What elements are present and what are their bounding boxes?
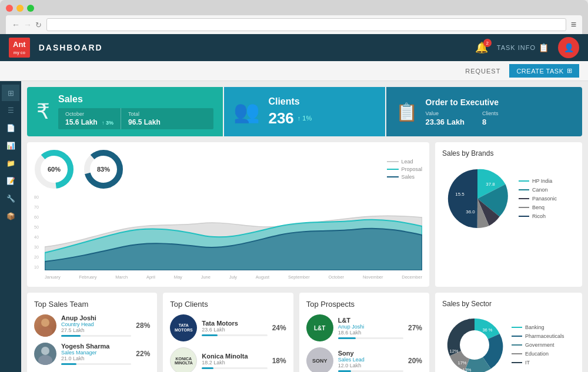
svg-text:17%: 17% (457, 360, 466, 366)
svg-text:12%: 12% (449, 348, 458, 354)
svg-text:36.0: 36.0 (466, 209, 475, 215)
sector-donut-wrap: 36 % 17% 12% 13% (442, 313, 507, 372)
donut-row: 60% 83% (34, 149, 422, 189)
sidebar-item-list[interactable]: ☰ (2, 102, 19, 119)
logo-sub: my co (13, 50, 26, 55)
clients-up: ↑ 1% (298, 115, 312, 122)
sidebar-item-grid[interactable]: ⊞ (2, 85, 19, 101)
brand-ricoh: Ricoh (519, 213, 557, 219)
logo-main: Ant (13, 40, 26, 50)
orders-title: Order to Executive (426, 98, 573, 107)
stat-card-orders: 📋 Order to Executive Value 23.36 Lakh Cl… (386, 87, 582, 136)
person-2-info: Yogesh Sharma Sales Manager 21.0 Lakh (61, 343, 131, 365)
svg-point-9 (41, 347, 49, 355)
brands-pie-svg: 37.8 36.0 15.5 (442, 163, 513, 234)
client-2-progress (202, 367, 267, 369)
client-1: TATAMOTORS Tata Motors 23.6 Lakh 24% (170, 314, 286, 341)
sidebar-item-settings[interactable]: 🔧 (2, 190, 19, 207)
person-2-progress (61, 363, 131, 365)
bottom-row: Top Sales Team Anup Joshi Country Head 2… (27, 293, 582, 372)
create-task-icon: ⊞ (567, 67, 573, 75)
sector-it: IT (512, 360, 564, 366)
menu-button[interactable]: ≡ (571, 19, 576, 30)
brand-hp: HP India (519, 178, 557, 184)
top-prospects-title: Top Prospects (306, 300, 422, 309)
prospect-2-val: 12.0 Lakh (338, 363, 403, 368)
person-1-avatar (34, 314, 56, 337)
refresh-button[interactable]: ↻ (35, 21, 42, 29)
person-2-name: Yogesh Sharma (61, 343, 131, 350)
donut-2-wrap: 83% (83, 149, 123, 189)
content-area: ₹ Sales October 15.6 Lakh ↑ 3% (21, 81, 588, 372)
sidebar-item-chart[interactable]: 📊 (2, 138, 19, 154)
browser-dots (6, 5, 582, 12)
sector-pie-svg: 36 % 17% 12% 13% (442, 313, 507, 372)
prospect-2-sub: Sales Lead (338, 357, 403, 363)
brands-title: Sales by Brands (442, 149, 575, 157)
sector-education: Education (512, 351, 564, 357)
total-val: 96.5 Lakh (128, 118, 161, 126)
task-info-button[interactable]: TASK INFO 📋 (497, 43, 549, 52)
nav-actions: 🔔 2 TASK INFO 📋 👤 (475, 37, 579, 58)
orders-details: Value 23.36 Lakh Clients 8 (426, 110, 573, 126)
client-1-logo: TATAMOTORS (170, 314, 197, 341)
brands-chart-card: Sales by Brands (435, 142, 582, 287)
bell-button[interactable]: 🔔 2 (475, 41, 488, 54)
october-val: 15.6 Lakh ↑ 3% (65, 118, 113, 126)
top-nav: Ant my co DASHBOARD 🔔 2 TASK INFO 📋 👤 (0, 34, 588, 61)
sidebar-item-doc[interactable]: 📄 (2, 120, 19, 136)
brand-canon: Canon (519, 187, 557, 193)
donut-2-label: 83% (97, 166, 110, 173)
create-task-label: CREATE TASK (516, 68, 563, 75)
clients-content: Clients 236 ↑ 1% (268, 96, 312, 128)
donut-1-label: 60% (48, 166, 61, 173)
svg-text:36 %: 36 % (482, 327, 492, 333)
sector-title: Sales by Sector (442, 300, 575, 308)
clients-icon: 👥 (233, 99, 260, 124)
charts-row: 60% 83% (27, 142, 582, 287)
prospect-1-info: L&T Anup Joshi 18.6 Lakh (338, 317, 403, 339)
address-bar[interactable] (46, 18, 566, 31)
legend-sales-line (387, 176, 399, 177)
top-sales-card: Top Sales Team Anup Joshi Country Head 2… (27, 293, 157, 372)
prospect-2-info: Sony Sales Lead 12.0 Lakh (338, 350, 403, 372)
task-info-label: TASK INFO (497, 44, 536, 51)
client-2-fill (202, 367, 213, 369)
svg-text:13%: 13% (462, 367, 471, 372)
dot-green (27, 5, 34, 12)
logo: Ant my co (9, 38, 30, 58)
sidebar-item-folder[interactable]: 📁 (2, 155, 19, 172)
orders-value: Value 23.36 Lakh (426, 110, 465, 126)
create-task-button[interactable]: CREATE TASK ⊞ (509, 64, 579, 78)
legend-sales: Sales (387, 174, 422, 180)
person-2-pct: 22% (136, 350, 150, 358)
value-val: 23.36 Lakh (426, 118, 465, 126)
sidebar-item-note[interactable]: 📝 (2, 173, 19, 189)
clients-val-row: 236 ↑ 1% (268, 109, 312, 128)
top-sales-title: Top Sales Team (34, 300, 150, 309)
request-button[interactable]: REQUEST (465, 68, 500, 75)
person-2-avatar (34, 343, 56, 365)
prospect-1-pct: 27% (408, 324, 422, 332)
prospect-1-progress (338, 337, 403, 339)
nav-title: DASHBOARD (39, 43, 475, 52)
stats-row: ₹ Sales October 15.6 Lakh ↑ 3% (27, 87, 582, 136)
person-1-pct: 28% (136, 321, 150, 330)
prospect-1-fill (338, 337, 356, 339)
browser-bar: ← → ↻ ≡ (6, 15, 582, 34)
back-button[interactable]: ← (12, 20, 20, 29)
person-1-role: Country Head (61, 321, 131, 327)
prospect-2-pct: 20% (408, 357, 422, 365)
sector-legend: Banking Pharmaceuticals Government Educa… (512, 324, 564, 366)
top-prospects-card: Top Prospects L&T L&T Anup Joshi 18.6 La… (299, 293, 429, 372)
user-avatar-button[interactable]: 👤 (558, 37, 579, 58)
sidebar-item-box[interactable]: 📦 (2, 208, 19, 224)
brands-chart-wrap: 37.8 36.0 15.5 HP India Canon (442, 163, 575, 234)
svg-point-7 (41, 319, 49, 327)
clients-val: 236 (268, 109, 293, 128)
chart-legend: Lead Proposal Sales (387, 159, 422, 180)
x-axis-labels: JanuaryFebruaryMarchAprilMayJuneJulyAugu… (34, 274, 422, 280)
forward-button[interactable]: → (24, 20, 32, 29)
prospect-2-logo: SONY (306, 347, 333, 372)
person-2-val: 21.0 Lakh (61, 356, 131, 361)
